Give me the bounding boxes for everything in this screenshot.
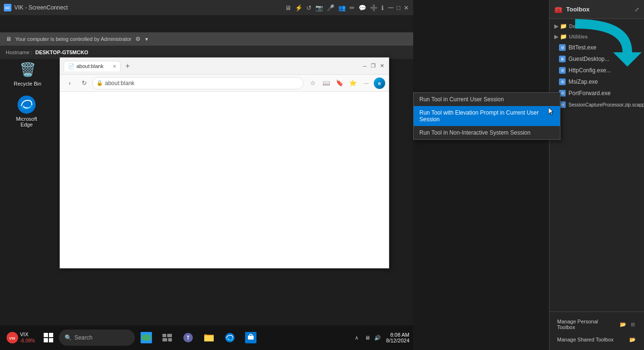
users-icon[interactable]: 👥: [338, 4, 346, 11]
search-icon: 🔍: [65, 334, 72, 341]
maximize-button[interactable]: □: [395, 4, 402, 11]
notification-dropdown-icon[interactable]: ▼: [144, 37, 149, 42]
address-text: about:blank: [105, 80, 299, 87]
dev-label: Dev: [569, 23, 578, 29]
folder-open-icon[interactable]: 📂: [619, 321, 627, 328]
toolbox-item-guestdesktop[interactable]: 🖥 GuestDesktop...: [549, 53, 644, 65]
httpconfig-label: HttpConfig.exe...: [568, 67, 611, 74]
bookmark-icon[interactable]: 🔖: [334, 78, 345, 89]
toolbox-icon: 🧰: [554, 6, 562, 13]
tab-icon: 📄: [68, 63, 75, 69]
toolbox-title: Toolbox: [566, 6, 631, 13]
vix-ticker[interactable]: VIX VIX -6.09%: [4, 331, 38, 343]
chevron-icon[interactable]: ∧: [352, 333, 361, 342]
edge-image: [17, 95, 36, 114]
edge-button[interactable]: e: [374, 78, 385, 89]
guestdesktop-icon: 🖥: [559, 56, 566, 62]
svg-rect-7: [168, 338, 172, 341]
refresh-button[interactable]: ↻: [78, 77, 90, 89]
grid-icon[interactable]: ⊞: [629, 321, 636, 328]
toolbox-group-utilities[interactable]: ▶ 📁 Utilities: [549, 31, 644, 42]
shared-folder-icon[interactable]: 📂: [629, 336, 636, 343]
add-tab-button[interactable]: +: [123, 61, 133, 71]
taskbar-teams-icon[interactable]: T: [179, 328, 198, 347]
info-icon[interactable]: ℹ: [381, 4, 384, 11]
hostname-value: DESKTOP-GT5MCKO: [35, 49, 88, 55]
browser-titlebar: 📄 about:blank ✕ + ─ ❐ ✕: [60, 58, 389, 75]
toolbox-item-blttest[interactable]: ⚙ BltTest.exe: [549, 42, 644, 53]
monitor-icon[interactable]: 🖥: [285, 4, 291, 11]
collections-icon[interactable]: ⭐: [347, 78, 359, 89]
toolbox-group-dev[interactable]: ▶ 📁 Dev: [549, 21, 644, 31]
browser-tab[interactable]: 📄 about:blank ✕: [64, 61, 121, 71]
star-icon[interactable]: ☆: [307, 78, 319, 89]
toolbox-item-sessioncapture[interactable]: ⚙ SessionCaptureProcessor.zip.scapp: [549, 99, 644, 110]
taskbar-store-icon[interactable]: [241, 328, 260, 347]
toolbox-item-httpconfig[interactable]: ⚙ HttpConfig.exe...: [549, 65, 644, 76]
vix-change: -6.09%: [20, 338, 35, 344]
network-icon[interactable]: 🖥: [362, 333, 372, 342]
blttest-label: BltTest.exe: [568, 44, 597, 51]
guestdesktop-label: GuestDesktop...: [568, 56, 609, 62]
toolbox-footer: Manage Personal Toolbox 📂 ⊞ Manage Share…: [549, 311, 644, 350]
minimize-button[interactable]: ─: [388, 4, 394, 11]
svg-text:VIX: VIX: [9, 336, 16, 340]
context-menu-item-run-elevation[interactable]: Run Tool with Elevation Prompt in Curren…: [414, 106, 560, 126]
volume-icon[interactable]: 🔊: [373, 333, 382, 342]
plus-icon[interactable]: ➕: [370, 4, 378, 11]
toolbox-item-msizap[interactable]: ⚙ MsiZap.exe: [549, 76, 644, 88]
taskbar-edge-icon[interactable]: [220, 328, 239, 347]
manage-personal-toolbox-button[interactable]: Manage Personal Toolbox 📂 ⊞: [553, 316, 640, 333]
toolbox-header: 🧰 Toolbox ⤢: [549, 0, 644, 19]
sc-titlebar: SC VIK - ScreenConnect 🖥 ⚡ ↺ 📷 🎤 👥 ✏ 💬 ➕…: [0, 0, 413, 15]
rotate-icon[interactable]: ↺: [306, 4, 312, 11]
close-button[interactable]: ✕: [403, 4, 409, 11]
vix-label: VIX: [20, 331, 35, 338]
taskbar-search[interactable]: 🔍 Search: [59, 330, 135, 346]
sc-app-icon: SC: [4, 4, 11, 11]
hostname-label: Hostname :: [6, 49, 32, 55]
toolbox-item-portforward[interactable]: ⚙ PortForward.exe: [549, 88, 644, 99]
browser-close-button[interactable]: ✕: [379, 63, 385, 69]
browser-minimize-button[interactable]: ─: [361, 63, 368, 69]
context-menu-item-run-noninteractive[interactable]: Run Tool in Non-Interactive System Sessi…: [414, 126, 560, 139]
vix-logo: VIX: [7, 332, 18, 343]
taskbar-taskview-button[interactable]: [158, 328, 177, 347]
recycle-bin-label: Recycle Bin: [14, 81, 41, 87]
taskbar-landscape-app[interactable]: [137, 328, 156, 347]
recycle-bin-image: 🗑️: [18, 60, 37, 79]
notification-text: Your computer is being controlled by Adm…: [15, 36, 132, 42]
taskbar-explorer-icon[interactable]: [199, 328, 218, 347]
svg-rect-5: [167, 334, 172, 337]
dev-folder-icon: 📁: [560, 23, 567, 29]
more-button[interactable]: ···: [360, 78, 372, 89]
back-button[interactable]: ‹: [64, 77, 76, 89]
tab-close-button[interactable]: ✕: [113, 64, 116, 69]
tab-title: about:blank: [76, 63, 104, 69]
lightning-icon[interactable]: ⚡: [295, 4, 303, 11]
sc-notification-bar: 🖥 Your computer is being controlled by A…: [0, 32, 413, 46]
manage-personal-label: Manage Personal Toolbox: [557, 319, 616, 330]
context-menu-item-run-current[interactable]: Run Tool in Current User Session: [414, 93, 560, 106]
taskbar-clock[interactable]: 8:08 AM 8/12/2024: [386, 332, 409, 343]
utilities-label: Utilities: [569, 34, 588, 39]
toolbox-panel: 🧰 Toolbox ⤢ ▶ 📁 Dev ▶ 📁 Utilities ⚙ BltT…: [549, 0, 644, 350]
browser-restore-button[interactable]: ❐: [370, 63, 377, 69]
lock-icon: 🔒: [96, 80, 103, 86]
start-button[interactable]: [40, 329, 57, 346]
msizap-label: MsiZap.exe: [568, 78, 598, 85]
notification-monitor-icon: 🖥: [6, 36, 11, 42]
manage-shared-toolbox-button[interactable]: Manage Shared Toolbox 📂: [553, 333, 640, 346]
toolbox-collapse-button[interactable]: ⤢: [635, 6, 639, 13]
sessioncapture-label: SessionCaptureProcessor.zip.scapp: [568, 102, 644, 107]
mic-icon[interactable]: 🎤: [327, 4, 334, 11]
camera-icon[interactable]: 📷: [315, 4, 323, 11]
recycle-bin-icon[interactable]: 🗑️ Recycle Bin: [10, 60, 45, 87]
reading-view-icon[interactable]: 📖: [321, 78, 332, 89]
microsoft-edge-icon[interactable]: Microsoft Edge: [9, 95, 44, 127]
run-elevation-label: Run Tool with Elevation Prompt in Curren…: [419, 109, 539, 123]
pencil-icon[interactable]: ✏: [350, 4, 355, 11]
address-bar[interactable]: 🔒 about:blank: [92, 77, 303, 89]
notification-settings-icon[interactable]: ⚙: [135, 36, 141, 42]
chat-icon[interactable]: 💬: [359, 4, 366, 11]
